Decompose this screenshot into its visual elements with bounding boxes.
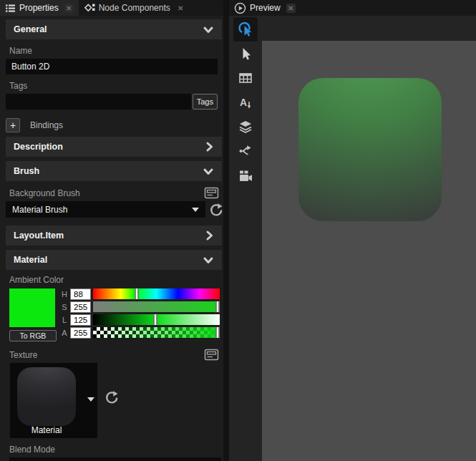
tab-node-components[interactable]: Node Components ✕ [79,0,190,16]
saturation-row: S [61,301,222,313]
layers-tool-button[interactable] [233,115,258,139]
camera-tool-button[interactable] [233,163,258,188]
tab-node-components-label: Node Components [99,3,170,13]
background-brush-label: Background Brush [9,188,80,198]
left-tabbar: Properties ✕ Node Components ✕ [0,0,223,16]
name-label: Name [9,46,219,56]
lightness-label: L [61,316,68,324]
saturation-label: S [61,303,68,311]
background-brush-dropdown-row: Material Brush [6,201,223,218]
tab-properties[interactable]: Properties ✕ [0,0,79,16]
section-general-title: General [14,24,47,34]
color-swatch[interactable] [9,288,55,327]
name-input[interactable] [6,59,218,74]
tags-button[interactable]: Tags [193,94,218,110]
lightness-value-input[interactable] [70,314,91,326]
chevron-down-icon [203,256,214,265]
lightness-slider[interactable] [93,314,220,325]
section-layout-item[interactable]: Layout.Item [6,225,222,246]
play-icon [234,2,246,14]
camera-icon [238,169,253,183]
alpha-value-input[interactable] [70,327,91,339]
preview-viewport[interactable] [262,41,476,461]
component-icon [84,2,95,14]
section-material[interactable]: Material [6,250,222,270]
alpha-slider-handle[interactable] [215,326,219,339]
revert-icon[interactable] [105,390,119,404]
hue-label: H [61,290,68,299]
arrow-cursor-icon [238,47,253,61]
tags-input[interactable] [6,94,191,110]
data-grid-tool-button[interactable] [233,66,258,90]
tab-preview[interactable]: Preview ✕ [229,0,301,16]
section-material-title: Material [14,255,47,265]
chevron-right-icon [205,230,214,241]
section-layout-item-title: Layout.Item [14,230,64,241]
open-editor-icon[interactable] [204,349,219,361]
background-brush-row: Background Brush [9,187,219,199]
chevron-down-icon [192,208,199,212]
lightness-slider-handle[interactable] [153,314,157,326]
section-description-title: Description [14,142,63,152]
add-binding-button[interactable]: + [6,118,20,132]
section-brush-title: Brush [14,166,39,176]
bindings-label: Bindings [30,120,63,130]
open-editor-icon[interactable] [204,187,219,199]
tab-properties-label: Properties [19,3,59,13]
chevron-down-icon [203,167,214,176]
texture-row: Material [10,363,222,438]
chevron-down-icon [203,25,214,34]
saturation-slider[interactable] [93,301,220,312]
tags-label: Tags [9,81,219,91]
blend-mode-label: Blend Mode [9,445,219,455]
alpha-row: A [61,326,222,339]
alpha-slider[interactable] [93,327,220,338]
saturation-value-input[interactable] [70,301,91,313]
list-icon [5,3,16,14]
grid-icon [238,72,253,84]
blend-mode-dropdown[interactable]: Alpha: Premultiplied [9,457,221,461]
hue-value-input[interactable] [70,288,91,300]
svg-text:A: A [240,97,247,108]
revert-icon[interactable] [209,203,223,217]
lightness-row: L [61,314,222,326]
text-analyze-icon: A [238,95,253,110]
select-tool-button[interactable] [233,42,258,66]
to-rgb-button[interactable]: To RGB [9,330,57,341]
chevron-down-icon[interactable] [87,397,94,402]
panel-splitter[interactable] [223,0,229,461]
interact-cursor-icon [238,21,254,38]
section-brush[interactable]: Brush [6,161,222,181]
button-2d-preview[interactable] [298,78,442,221]
ambient-color-label: Ambient Color [9,275,219,285]
close-icon[interactable]: ✕ [176,4,185,13]
texture-name: Material [10,425,83,435]
tab-preview-label: Preview [250,3,281,13]
text-tool-button[interactable]: A [233,90,258,115]
preview-toolbar: A [229,16,262,461]
properties-body: General Name Tags Tags + Bindings Descri… [0,16,223,461]
hue-slider-handle[interactable] [135,288,139,300]
branch-arrow-icon [238,144,253,158]
section-description[interactable]: Description [6,137,222,157]
section-general[interactable]: General [6,19,222,39]
interact-tool-button[interactable] [233,17,258,42]
chevron-right-icon [205,141,214,152]
close-icon[interactable]: ✕ [286,4,296,13]
texture-label-row: Texture [9,349,219,361]
texture-selector[interactable]: Material [10,363,97,438]
bindings-row: + Bindings [6,118,222,132]
picker-left: To RGB [9,288,61,341]
connections-tool-button[interactable] [233,139,258,163]
properties-panel: Properties ✕ Node Components ✕ General N… [0,0,223,461]
alpha-label: A [61,329,68,337]
hue-row: H [61,288,222,300]
close-icon[interactable]: ✕ [64,4,74,13]
app-window: Properties ✕ Node Components ✕ General N… [0,0,476,461]
hsla-channels: H S L [61,288,222,341]
background-brush-value: Material Brush [12,205,67,215]
saturation-slider-handle[interactable] [215,301,219,313]
hue-slider[interactable] [93,288,220,299]
background-brush-dropdown[interactable]: Material Brush [6,201,205,218]
preview-panel: Preview ✕ [229,0,476,461]
